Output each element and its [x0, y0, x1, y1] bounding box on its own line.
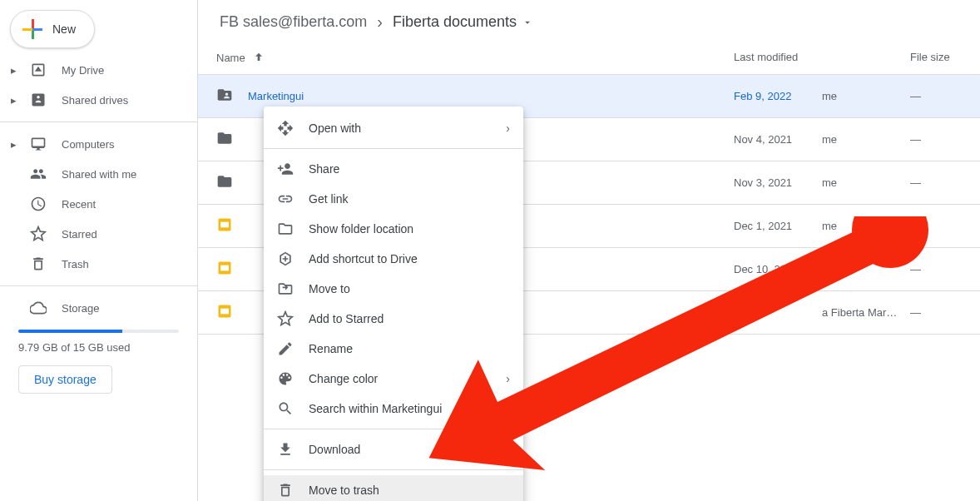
- folder-icon: [216, 173, 248, 192]
- slides-icon: [216, 216, 248, 236]
- file-size: —: [910, 263, 921, 275]
- modified-by: me: [822, 90, 910, 102]
- file-size: —: [910, 176, 921, 189]
- menu-share[interactable]: Share: [264, 154, 523, 184]
- menu-show-folder-location[interactable]: Show folder location: [264, 214, 523, 244]
- divider: [264, 148, 523, 149]
- sidebar-label: Recent: [62, 198, 96, 211]
- svg-rect-3: [220, 265, 229, 271]
- modified-date: Dec 1, 2021: [734, 220, 822, 232]
- expand-chevron-icon[interactable]: ▸: [8, 64, 18, 77]
- table-header: Name Last modified File size: [198, 41, 980, 75]
- star-icon: [277, 310, 294, 327]
- sidebar-label: Starred: [62, 228, 97, 241]
- menu-move-to[interactable]: Move to: [264, 274, 523, 304]
- divider: [0, 122, 197, 122]
- file-size: —: [910, 220, 921, 232]
- column-header-size[interactable]: File size: [910, 51, 962, 64]
- new-button-label: New: [52, 22, 76, 36]
- my-drive-icon: [30, 62, 47, 78]
- search-icon: [277, 400, 294, 417]
- modified-date: Nov 4, 2021: [734, 133, 822, 146]
- dropdown-chevron-icon: [522, 17, 533, 28]
- sidebar-item-shared-drives[interactable]: ▸ Shared drives: [0, 85, 187, 115]
- download-icon: [277, 441, 294, 458]
- share-icon: [277, 161, 294, 177]
- storage-icon: [30, 300, 47, 316]
- folder-shared-icon: [216, 87, 248, 106]
- menu-search-within[interactable]: Search within Marketingui: [264, 394, 523, 424]
- menu-add-shortcut[interactable]: Add shortcut to Drive: [264, 244, 523, 274]
- column-header-modified[interactable]: Last modified: [734, 51, 910, 64]
- storage-usage-text: 9.79 GB of 15 GB used: [18, 341, 179, 354]
- sidebar-label: Storage: [62, 302, 100, 315]
- menu-change-color[interactable]: Change color ›: [264, 364, 523, 394]
- modified-by: a Fiberta Mar…: [822, 306, 910, 319]
- divider: [0, 285, 197, 286]
- sidebar-label: Trash: [62, 258, 89, 270]
- plus-icon: [22, 19, 42, 39]
- modified-by: me: [822, 263, 910, 275]
- slides-icon: [216, 303, 248, 322]
- trash-icon: [30, 255, 47, 272]
- sidebar-item-recent[interactable]: Recent: [0, 189, 187, 219]
- chevron-right-icon: ›: [506, 122, 510, 135]
- sidebar-item-shared-with-me[interactable]: Shared with me: [0, 159, 187, 189]
- expand-chevron-icon[interactable]: ▸: [8, 138, 18, 151]
- context-menu: Open with › Share Get link Show folder l…: [264, 107, 523, 501]
- chevron-right-icon: ›: [506, 372, 510, 385]
- breadcrumb-current[interactable]: Fiberta documents: [389, 12, 537, 32]
- sidebar: New ▸ My Drive ▸ Shared drives ▸ Compute…: [0, 0, 198, 501]
- storage-bar: [18, 330, 179, 333]
- menu-rename[interactable]: Rename: [264, 334, 523, 364]
- sidebar-item-my-drive[interactable]: ▸ My Drive: [0, 55, 187, 85]
- breadcrumb: FB sales@fiberta.com › Fiberta documents: [198, 0, 980, 41]
- sidebar-item-storage[interactable]: Storage: [0, 293, 187, 323]
- expand-chevron-icon[interactable]: ▸: [8, 94, 18, 107]
- folder-icon: [216, 130, 248, 149]
- sidebar-label: Shared drives: [62, 94, 128, 107]
- add-shortcut-icon: [277, 250, 294, 267]
- menu-add-to-starred[interactable]: Add to Starred: [264, 304, 523, 334]
- storage-section: 9.79 GB of 15 GB used Buy storage: [0, 330, 197, 394]
- sidebar-label: Computers: [62, 138, 115, 151]
- shared-with-me-icon: [30, 166, 47, 182]
- menu-download[interactable]: Download: [264, 434, 523, 464]
- file-size: —: [910, 90, 921, 102]
- breadcrumb-parent[interactable]: FB sales@fiberta.com: [216, 12, 370, 32]
- file-name: Marketingui: [248, 90, 734, 102]
- sort-arrow-up-icon: [252, 51, 265, 64]
- column-header-name[interactable]: Name: [216, 51, 734, 64]
- sidebar-item-trash[interactable]: Trash: [0, 249, 187, 279]
- modified-date: Dec 10, 2021: [734, 263, 822, 275]
- svg-rect-5: [220, 309, 229, 315]
- rename-icon: [277, 340, 294, 357]
- link-icon: [277, 191, 294, 207]
- menu-move-to-trash[interactable]: Move to trash: [264, 475, 523, 501]
- sidebar-label: Shared with me: [62, 168, 136, 181]
- modified-date: Nov 3, 2021: [734, 176, 822, 189]
- starred-icon: [30, 226, 47, 242]
- menu-open-with[interactable]: Open with ›: [264, 113, 523, 143]
- chevron-right-icon: ›: [377, 12, 383, 32]
- modified-date: Feb 9, 2022: [734, 90, 822, 102]
- file-size: —: [910, 133, 921, 146]
- storage-fill: [18, 330, 122, 333]
- computers-icon: [30, 136, 47, 152]
- modified-by: me: [822, 176, 910, 189]
- menu-get-link[interactable]: Get link: [264, 184, 523, 214]
- palette-icon: [277, 370, 294, 387]
- shared-drives-icon: [30, 92, 47, 108]
- trash-icon: [277, 482, 294, 499]
- move-to-icon: [277, 280, 294, 297]
- sidebar-item-computers[interactable]: ▸ Computers: [0, 129, 187, 159]
- sidebar-item-starred[interactable]: Starred: [0, 219, 187, 249]
- recent-icon: [30, 196, 47, 212]
- file-size: —: [910, 306, 921, 319]
- new-button[interactable]: New: [10, 10, 95, 48]
- buy-storage-button[interactable]: Buy storage: [18, 365, 112, 394]
- modified-by: me: [822, 220, 910, 232]
- slides-icon: [216, 260, 248, 279]
- open-with-icon: [277, 120, 294, 136]
- modified-by: me: [822, 133, 910, 146]
